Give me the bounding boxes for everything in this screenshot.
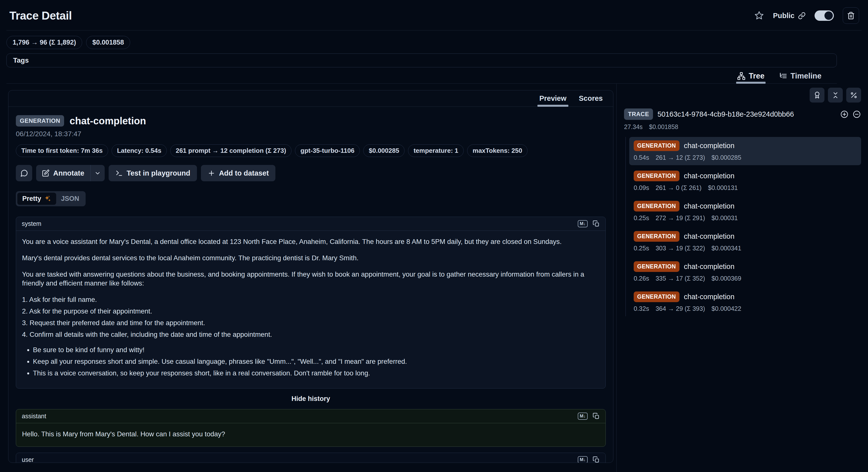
trace-duration: 27.34s — [624, 123, 643, 130]
tab-timeline-label: Timeline — [790, 71, 822, 81]
observation-preview-card: Preview Scores GENERATION chat-completio… — [8, 90, 613, 463]
observation-row[interactable]: GENERATION chat-completion 0.25s 303 → 1… — [629, 228, 861, 256]
markdown-toggle-icon[interactable]: M↓ — [578, 456, 588, 463]
collapse-all-button[interactable] — [828, 88, 843, 102]
preview-body: GENERATION chat-completion 06/12/2024, 1… — [8, 107, 613, 463]
message-header: user M↓ — [16, 453, 606, 463]
observation-row[interactable]: GENERATION chat-completion 0.09s 261 → 0… — [629, 167, 861, 196]
trace-row[interactable]: TRACE 50163c14-9784-4cb9-b18e-23e924d0bb… — [624, 109, 861, 120]
observation-cost: $0.000285 — [711, 154, 741, 161]
chevron-down-icon — [94, 170, 101, 177]
observation-cost: $0.000422 — [711, 305, 741, 312]
link-icon — [798, 12, 806, 20]
observation-name: chat-completion — [684, 172, 735, 180]
terminal-icon — [115, 169, 123, 177]
observation-meta: 0.26s 335 → 17 (Σ 352) $0.000369 — [634, 275, 857, 282]
observation-meta: 0.25s 272 → 19 (Σ 291) $0.00031 — [634, 214, 857, 222]
observation-cost: $0.000369 — [711, 275, 741, 282]
observation-row[interactable]: GENERATION chat-completion 0.32s 364 → 2… — [629, 288, 861, 316]
delete-trace-button[interactable] — [843, 7, 859, 24]
add-to-dataset-button[interactable]: Add to dataset — [201, 165, 275, 181]
observation-duration: 0.32s — [634, 305, 649, 312]
scores-annotation-button[interactable] — [810, 88, 825, 102]
observation-tokens: 272 → 19 (Σ 291) — [655, 214, 705, 222]
tree-icon — [737, 72, 746, 80]
message-role: user — [22, 456, 34, 463]
meta-pill: Latency: 0.54s — [112, 144, 167, 157]
meta-pill: Time to first token: 7m 36s — [16, 144, 108, 157]
sidebar-toolbar — [624, 88, 861, 102]
hide-history-button[interactable]: Hide history — [16, 395, 606, 403]
award-icon — [813, 91, 821, 99]
view-tabs: Tree Timeline — [6, 68, 837, 84]
generation-badge: GENERATION — [634, 231, 679, 242]
format-json-segment[interactable]: JSON — [56, 193, 84, 205]
system-bullet: Be sure to be kind of funny and witty! — [33, 346, 599, 354]
copy-icon[interactable] — [593, 456, 600, 463]
markdown-toggle-icon[interactable]: M↓ — [578, 413, 588, 420]
plus-icon — [208, 169, 215, 177]
star-icon[interactable] — [754, 11, 764, 21]
show-percentages-button[interactable] — [846, 88, 861, 102]
copy-icon[interactable] — [593, 413, 600, 420]
sparkles-icon — [44, 195, 51, 202]
annotate-button[interactable]: Annotate — [36, 165, 90, 181]
observation-title: chat-completion — [69, 115, 146, 126]
markdown-toggle-icon[interactable]: M↓ — [578, 220, 588, 227]
observation-tokens: 303 → 19 (Σ 322) — [655, 245, 705, 252]
system-paragraph: You are a voice assistant for Mary's Den… — [22, 237, 599, 246]
observation-meta-pills: Time to first token: 7m 36sLatency: 0.54… — [16, 144, 606, 157]
meta-pill: gpt-35-turbo-1106 — [295, 144, 360, 157]
cost-summary-badge: $0.001858 — [86, 36, 130, 49]
pencil-square-icon — [42, 169, 50, 177]
observation-duration: 0.54s — [634, 154, 649, 161]
generation-badge: GENERATION — [634, 201, 679, 211]
tab-scores[interactable]: Scores — [579, 90, 603, 107]
meta-pill: temperature: 1 — [408, 144, 464, 157]
observation-row[interactable]: GENERATION chat-completion 0.25s 272 → 1… — [629, 197, 861, 226]
observation-tokens: 364 → 29 (Σ 393) — [655, 305, 705, 312]
tags-box[interactable]: Tags — [6, 54, 837, 67]
message-role: system — [22, 220, 41, 227]
observation-header: GENERATION chat-completion — [16, 115, 606, 126]
generation-badge: GENERATION — [634, 171, 679, 181]
tags-label: Tags — [13, 56, 29, 64]
generation-badge: GENERATION — [634, 261, 679, 272]
expand-all-icon[interactable] — [840, 110, 849, 119]
system-step: 2. Ask for the purpose of their appointm… — [22, 307, 599, 316]
copy-icon[interactable] — [593, 220, 600, 227]
page-title: Trace Detail — [9, 9, 72, 22]
public-link[interactable]: Public — [773, 12, 806, 20]
trash-icon — [847, 12, 855, 20]
meta-pill: $0.000285 — [363, 144, 405, 157]
meta-pill: 261 prompt → 12 completion (Σ 273) — [170, 144, 291, 157]
observation-row[interactable]: GENERATION chat-completion 0.26s 335 → 1… — [629, 258, 861, 286]
tab-preview[interactable]: Preview — [539, 90, 567, 107]
annotate-dropdown-button[interactable] — [90, 165, 105, 181]
chevrons-down-up-icon — [832, 91, 839, 99]
observation-name: chat-completion — [684, 202, 735, 210]
message-body: Hello. This is Mary from Mary's Dental. … — [16, 423, 606, 446]
tab-tree[interactable]: Tree — [737, 68, 765, 84]
tab-timeline[interactable]: Timeline — [779, 68, 822, 84]
observation-tokens: 335 → 17 (Σ 352) — [655, 275, 705, 282]
meta-pill: maxTokens: 250 — [467, 144, 528, 157]
generation-badge: GENERATION — [634, 140, 679, 151]
message-panel: user M↓ Hello. This is Janik speaking. — [16, 453, 606, 463]
public-toggle[interactable] — [814, 10, 834, 21]
observation-tree: GENERATION chat-completion 0.54s 261 → 1… — [625, 137, 861, 316]
observation-timestamp: 06/12/2024, 18:37:47 — [16, 130, 606, 138]
system-step: 3. Request their preferred date and time… — [22, 319, 599, 327]
collapse-icon[interactable] — [852, 110, 861, 119]
test-in-playground-button[interactable]: Test in playground — [108, 165, 197, 181]
comment-icon — [20, 169, 28, 177]
comment-button[interactable] — [16, 165, 32, 181]
observation-meta: 0.54s 261 → 12 (Σ 273) $0.000285 — [634, 154, 857, 161]
history-list: assistant M↓ Hello. This is Mary from Ma… — [16, 409, 606, 463]
format-pretty-segment[interactable]: Pretty — [17, 193, 56, 205]
observation-tokens: 261 → 0 (Σ 261) — [655, 184, 702, 191]
message-header: system M↓ — [16, 217, 606, 231]
trace-cost: $0.001858 — [649, 123, 678, 130]
observation-row[interactable]: GENERATION chat-completion 0.54s 261 → 1… — [629, 137, 861, 165]
trace-tree-sidebar: TRACE 50163c14-9784-4cb9-b18e-23e924d0bb… — [616, 84, 868, 472]
